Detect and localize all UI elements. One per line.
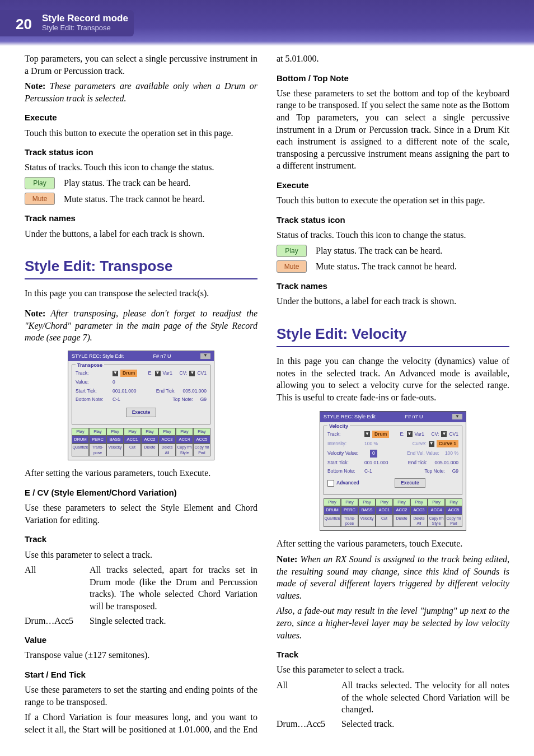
- fig-track-footer-row-2: QuantizeTrans-poseVelocityCutDeleteDelet…: [324, 515, 462, 528]
- body-text: Use these parameters to select the Style…: [25, 502, 257, 526]
- note-text: Also, a fade-out may result in the level…: [277, 605, 509, 641]
- play-badge: Play: [25, 177, 55, 189]
- fig-track-footer-row: QuantizeTrans-poseVelocityCutDeleteDelet…: [72, 444, 210, 456]
- body-text: Use these parameters to set the starting…: [25, 684, 257, 708]
- definition-list: AllAll tracks selected. The velocity for…: [277, 679, 509, 730]
- heading-track-names: Track names: [277, 281, 509, 292]
- body-text: Touch this button to execute the operati…: [25, 127, 257, 139]
- body-text: In this page you can change the velocity…: [277, 355, 509, 403]
- body-text: Use these parameters to set the bottom a…: [277, 87, 509, 172]
- mute-desc: Mute status. The track cannot be heard.: [64, 193, 205, 206]
- play-desc: Play status. The track can be heard.: [316, 245, 442, 257]
- status-mute-row: Mute Mute status. The track cannot be he…: [25, 193, 257, 205]
- body-text: Use this parameter to select a track.: [25, 549, 257, 561]
- fig-track-name-row-2: DRUMPERCBASSACC1ACC2ACC3ACC4ACC5: [324, 506, 462, 514]
- screenshot-transpose: STYLE REC: Style EditF# n7 U▼ Transpose …: [25, 351, 257, 461]
- heading-track: Track: [25, 534, 257, 545]
- status-play-row: Play Play status. The track can be heard…: [277, 245, 509, 257]
- body-text: Status of tracks. Touch this icon to cha…: [277, 229, 509, 241]
- body-text: Use this parameter to select a track.: [277, 664, 509, 676]
- status-mute-row: Mute Mute status. The track cannot be he…: [277, 260, 509, 273]
- body-text: In this page you can transpose the selec…: [25, 287, 257, 300]
- body-text: Status of tracks. Touch this icon to cha…: [25, 161, 257, 174]
- heading-track-status: Track status icon: [277, 214, 509, 226]
- fig-track-play-row: PlayPlayPlayPlayPlayPlayPlayPlay: [72, 428, 210, 436]
- note-text: Note: After transposing, please don't fo…: [25, 307, 257, 344]
- body-text: After setting the various parameters, to…: [277, 538, 509, 550]
- header-subtitle: Style Edit: Transpose: [42, 24, 128, 32]
- body-text: Top parameters, you can select a single …: [25, 53, 257, 77]
- heading-bottom-top: Bottom / Top Note: [277, 73, 509, 84]
- heading-track: Track: [277, 649, 509, 660]
- note-text: Note: When an RX Sound is assigned to th…: [277, 553, 509, 601]
- mute-desc: Mute status. The track cannot be heard.: [316, 260, 457, 273]
- body-text: Transpose value (±127 semitones).: [25, 649, 257, 661]
- note-text: Note: These parameters are available onl…: [25, 80, 257, 104]
- status-play-row: Play Play status. The track can be heard…: [25, 177, 257, 189]
- mute-badge: Mute: [277, 260, 307, 273]
- mute-badge: Mute: [25, 193, 55, 205]
- body-text: Touch this button to execute the operati…: [277, 194, 509, 207]
- heading-value: Value: [25, 634, 257, 646]
- heading-track-names: Track names: [25, 213, 257, 224]
- fig-track-name-row: DRUMPERCBASSACC1ACC2ACC3ACC4ACC5: [72, 436, 210, 444]
- menu-arrow-icon: ▼: [452, 414, 462, 419]
- heading-execute: Execute: [277, 180, 509, 191]
- play-badge: Play: [277, 245, 307, 257]
- play-desc: Play status. The track can be heard.: [64, 177, 190, 189]
- section-transpose: Style Edit: Transpose: [25, 256, 257, 279]
- heading-start-end: Start / End Tick: [25, 669, 257, 680]
- menu-arrow-icon: ▼: [200, 353, 210, 359]
- heading-track-status: Track status icon: [25, 147, 257, 158]
- header-title: Style Record mode: [42, 13, 128, 24]
- body-text: Under the buttons, a label for each trac…: [277, 295, 509, 307]
- heading-execute: Execute: [25, 112, 257, 123]
- fig-track-play-row-2: PlayPlayPlayPlayPlayPlayPlayPlay: [324, 498, 462, 506]
- heading-ecv: E / CV (Style Element/Chord Variation): [25, 487, 257, 498]
- page-number: 20: [0, 10, 38, 36]
- page-header: 20 Style Record mode Style Edit: Transpo…: [0, 0, 534, 46]
- body-text: After setting the various parameters, to…: [25, 467, 257, 479]
- section-velocity: Style Edit: Velocity: [277, 324, 509, 347]
- screenshot-velocity: STYLE REC: Style EditF# n7 U▼ Velocity T…: [277, 411, 509, 531]
- body-text: Under the buttons, a label for each trac…: [25, 228, 257, 240]
- definition-list: AllAll tracks selected, apart for tracks…: [25, 564, 257, 627]
